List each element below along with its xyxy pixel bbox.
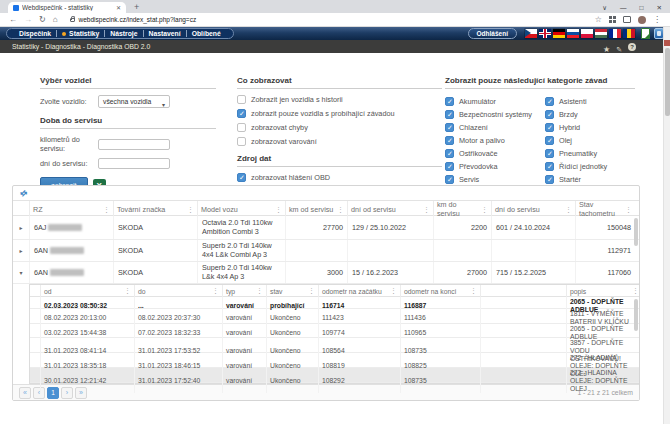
km-to-service-input[interactable] [98, 139, 170, 150]
checkbox-pneumatiky[interactable] [545, 149, 554, 158]
col-header-dni-do[interactable]: dní do servisu [491, 201, 575, 217]
menu-item-nastroje[interactable]: Nástroje [104, 30, 142, 37]
subtable-scrollbar-thumb[interactable] [634, 299, 638, 331]
vehicle-row-expanded[interactable]: 6AN SKODA Superb 2.0 Tdi 140kw L&k 4x4 A… [13, 262, 639, 284]
bookmark-star-icon[interactable]: ☆ [595, 16, 602, 24]
scrollbar-thumb[interactable] [665, 48, 670, 116]
tab-close-icon[interactable]: ✕ [116, 4, 121, 11]
vehicle-row[interactable]: 6AJ SKODA Octavia 2.0 Tdi 110kw Ambition… [13, 216, 639, 240]
column-menu-icon[interactable] [124, 287, 131, 295]
checkbox-asistenti[interactable] [545, 97, 554, 106]
col-header-rz[interactable]: RZ [29, 201, 113, 217]
profile-avatar[interactable] [638, 16, 646, 24]
url-bar[interactable]: webdispecink.cz/index_stat.php?lang=cz [65, 15, 588, 25]
col-header-do[interactable]: do [134, 285, 222, 297]
column-menu-icon[interactable] [632, 287, 639, 295]
checkbox-chlazeni[interactable] [445, 123, 454, 132]
col-header-km-od[interactable]: km od servisu [285, 201, 347, 217]
table-scrollbar-thumb[interactable] [634, 218, 638, 246]
days-to-service-input[interactable] [98, 158, 170, 169]
column-menu-icon[interactable] [625, 205, 632, 214]
flag-slovak-icon[interactable] [567, 29, 579, 38]
event-row[interactable]: 02.03.2023 08:50:32 ... varování probíha… [30, 297, 639, 309]
maximize-button[interactable]: □ [640, 5, 644, 12]
col-header-stav[interactable]: stav [266, 285, 318, 297]
column-menu-icon[interactable] [423, 205, 430, 214]
row-expander-icon[interactable] [13, 216, 29, 239]
checkbox-ostrikovace[interactable] [445, 149, 454, 158]
checkbox-motor[interactable] [445, 136, 454, 145]
minimize-button[interactable]: — [620, 5, 627, 12]
expand-all-icon[interactable] [18, 187, 29, 198]
col-header-od[interactable]: od [40, 285, 134, 297]
col-header-km-do[interactable]: km do servisu [433, 201, 491, 217]
checkbox-starter[interactable] [545, 175, 554, 184]
checkbox-prevodovka[interactable] [445, 162, 454, 171]
reload-icon[interactable]: ↻ [39, 16, 46, 24]
new-tab-button[interactable]: + [134, 2, 139, 12]
col-header-model[interactable]: Model vozu [197, 201, 285, 217]
browser-scrollbar[interactable] [663, 27, 670, 424]
event-row-selected[interactable]: 30.01.2023 12:21:42 31.01.2023 17:52:40 … [30, 368, 639, 383]
checkbox-brzdy[interactable] [545, 110, 554, 119]
close-button[interactable]: ✕ [657, 5, 662, 12]
pin-icon[interactable] [616, 38, 622, 56]
col-header-typ[interactable]: typ [222, 285, 266, 297]
checkbox-olej[interactable] [545, 136, 554, 145]
col-header-popis[interactable]: popis [566, 285, 642, 297]
menu-item-dispecink[interactable]: Dispečink [14, 30, 56, 37]
flag-english-icon[interactable] [539, 29, 551, 38]
checkbox-servis[interactable] [445, 175, 454, 184]
menu-item-statistiky[interactable]: Statistiky [56, 30, 104, 37]
col-header-odo-start[interactable]: odometr na začátku [318, 285, 400, 297]
home-icon[interactable]: ⌂ [53, 16, 58, 24]
col-header-tacho[interactable]: Stav tachometru [575, 201, 635, 217]
flag-polish-icon[interactable] [581, 29, 593, 38]
event-row[interactable]: 03.02.2023 15:44:38 07.02.2023 18:32:33 … [30, 324, 639, 338]
column-menu-icon[interactable] [337, 205, 344, 214]
document-icon[interactable] [641, 28, 650, 39]
checkbox-bezpecnostni[interactable] [445, 110, 454, 119]
menu-item-oblibene[interactable]: Oblíbené [186, 30, 226, 37]
row-collapse-icon[interactable] [13, 262, 29, 283]
event-row[interactable]: 31.01.2023 08:41:14 31.01.2023 17:53:52 … [30, 338, 639, 353]
flag-czech-icon[interactable] [525, 29, 537, 38]
col-header-brand[interactable]: Tovární značka [113, 201, 197, 217]
column-menu-icon[interactable] [481, 205, 488, 214]
checkbox-akumulator[interactable] [445, 97, 454, 106]
lock-icon[interactable] [70, 18, 75, 22]
checkbox-hybrid[interactable] [545, 123, 554, 132]
vehicle-select[interactable]: všechna vozidla [98, 95, 170, 108]
checkbox-obd[interactable] [237, 173, 246, 182]
column-menu-icon[interactable] [565, 205, 572, 214]
flag-german-icon[interactable] [553, 29, 565, 38]
checkbox-warnings[interactable] [237, 137, 246, 146]
tab-search-icon[interactable]: ∨ [602, 5, 607, 12]
logout-button[interactable]: Odhlášení [468, 28, 517, 39]
side-panel-icon[interactable] [623, 16, 631, 23]
column-menu-icon[interactable] [275, 205, 282, 214]
column-menu-icon[interactable] [470, 287, 477, 295]
vehicle-row[interactable]: 6AN SKODA Superb 2.0 Tdi 140kw 4x4 L&k C… [13, 240, 639, 262]
column-menu-icon[interactable] [103, 205, 110, 214]
browser-tab[interactable]: Webdispečink - statistiky ✕ [8, 2, 126, 13]
column-menu-icon[interactable] [212, 287, 219, 295]
help-icon[interactable]: ? [628, 43, 636, 51]
event-row[interactable]: 08.02.2023 20:13:00 08.02.2023 20:37:30 … [30, 309, 639, 324]
column-menu-icon[interactable] [390, 287, 397, 295]
row-expander-icon[interactable] [13, 240, 29, 261]
column-menu-icon[interactable] [187, 205, 194, 214]
favorite-star-icon[interactable] [603, 38, 610, 56]
checkbox-history[interactable] [237, 95, 246, 104]
col-header-dni-od[interactable]: dní od servisu [347, 201, 433, 217]
browser-menu-icon[interactable]: ⋮ [653, 16, 661, 24]
checkbox-errors[interactable] [237, 123, 246, 132]
extensions-icon[interactable] [609, 16, 616, 23]
event-row[interactable]: 31.01.2023 18:35:18 31.01.2023 18:46:15 … [30, 353, 639, 368]
checkbox-ridici-jednotky[interactable] [545, 162, 554, 171]
column-menu-icon[interactable] [308, 287, 315, 295]
col-header-odo-end[interactable]: odometr na konci [400, 285, 480, 297]
forward-icon[interactable]: → [24, 16, 32, 24]
column-menu-icon[interactable] [256, 287, 263, 295]
back-icon[interactable]: ← [9, 16, 17, 24]
